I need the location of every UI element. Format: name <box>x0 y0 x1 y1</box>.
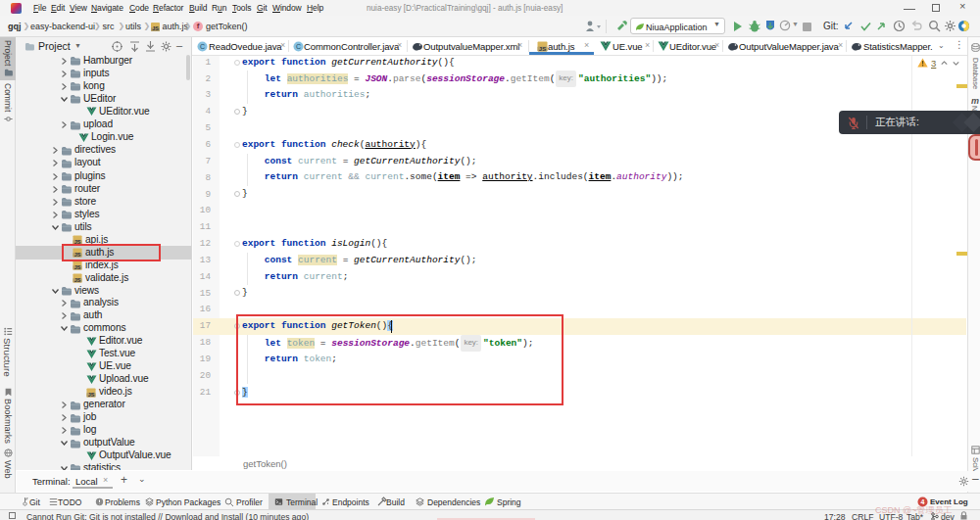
svg-text:C: C <box>296 43 301 50</box>
svg-text:JS: JS <box>74 277 81 283</box>
svg-text:JS: JS <box>74 264 81 270</box>
svg-text:C: C <box>200 43 205 50</box>
svg-text:JS: JS <box>152 25 159 31</box>
svg-text:JS: JS <box>539 46 546 52</box>
svg-text:JS: JS <box>88 391 95 397</box>
